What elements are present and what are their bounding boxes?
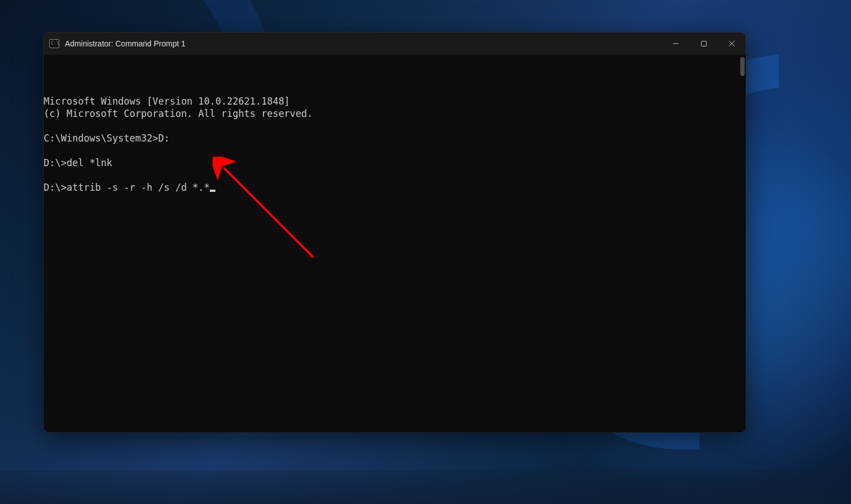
terminal-line: Microsoft Windows [Version 10.0.22621.18… [44, 96, 290, 107]
window-title: Administrator: Command Prompt 1 [65, 39, 662, 48]
command-prompt-window: C:\ Administrator: Command Prompt 1 Micr… [44, 32, 746, 432]
terminal-line: (c) Microsoft Corporation. All rights re… [44, 108, 313, 119]
window-controls [662, 32, 746, 55]
terminal-output[interactable]: Microsoft Windows [Version 10.0.22621.18… [44, 55, 746, 432]
minimize-button[interactable] [662, 32, 690, 55]
scrollbar-thumb[interactable] [740, 57, 745, 76]
scrollbar[interactable] [738, 55, 746, 432]
close-button[interactable] [718, 32, 746, 55]
text-cursor [210, 190, 215, 192]
maximize-button[interactable] [690, 32, 718, 55]
cmd-icon: C:\ [49, 39, 59, 48]
terminal-line: C:\Windows\System32>D: [44, 133, 170, 144]
taskbar-region [0, 470, 851, 504]
svg-rect-1 [702, 41, 707, 46]
terminal-line: D:\>del *lnk [44, 157, 112, 168]
terminal-current-line: D:\>attrib -s -r -h /s /d *.* [44, 182, 215, 193]
titlebar[interactable]: C:\ Administrator: Command Prompt 1 [44, 32, 746, 55]
